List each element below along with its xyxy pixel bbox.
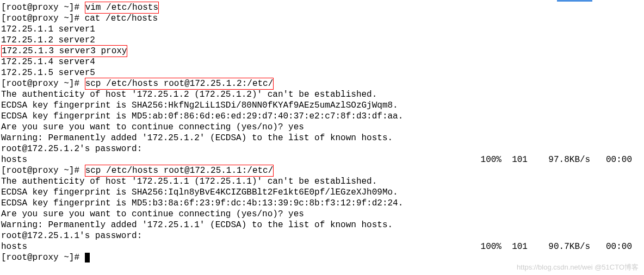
- terminal-output: The authenticity of host '172.25.1.1 (17…: [1, 176, 643, 187]
- terminal-output: Are you sure you want to continue connec…: [1, 209, 643, 220]
- command: cat /etc/hosts: [85, 14, 158, 23]
- scroll-indicator: [557, 0, 592, 2]
- transfer-progress: hosts 100% 101 97.8KB/s 00:00: [1, 154, 643, 165]
- terminal-line: [root@proxy ~]# cat /etc/hosts: [1, 13, 643, 24]
- transfer-progress: hosts 100% 101 90.7KB/s 00:00: [1, 241, 643, 252]
- transfer-file: hosts: [1, 154, 27, 165]
- highlighted-command: scp /etc/hosts root@172.25.1.2:/etc/: [85, 78, 274, 90]
- terminal-line: [root@proxy ~]# scp /etc/hosts root@172.…: [1, 165, 643, 176]
- highlighted-command: vim /etc/hosts: [85, 2, 159, 14]
- cursor-icon: [85, 253, 90, 262]
- terminal-output: Are you sure you want to continue connec…: [1, 122, 643, 133]
- terminal-output: ECDSA key fingerprint is MD5:ab:0f:86:6d…: [1, 111, 643, 122]
- terminal-output: 172.25.1.4 server4: [1, 57, 643, 67]
- terminal-output: ECDSA key fingerprint is SHA256:Iqln8yBv…: [1, 187, 643, 198]
- terminal-output: ECDSA key fingerprint is MD5:b3:8a:6f:23…: [1, 198, 643, 209]
- transfer-stats: 100% 101 97.8KB/s 00:00: [481, 154, 643, 165]
- terminal-output: ECDSA key fingerprint is SHA256:HkfNg2Li…: [1, 100, 643, 111]
- highlighted-output: 172.25.1.3 server3 proxy: [1, 45, 127, 57]
- prompt: [root@proxy ~]#: [1, 253, 85, 262]
- terminal-output: Warning: Permanently added '172.25.1.1' …: [1, 220, 643, 230]
- transfer-stats: 100% 101 90.7KB/s 00:00: [481, 241, 643, 252]
- terminal-output: 172.25.1.5 server5: [1, 67, 643, 78]
- terminal-output: Warning: Permanently added '172.25.1.2' …: [1, 133, 643, 143]
- watermark: https://blog.csdn.net/wei @51CTO博客: [517, 263, 639, 272]
- prompt: [root@proxy ~]#: [1, 14, 85, 23]
- terminal-line[interactable]: [root@proxy ~]#: [1, 252, 643, 263]
- terminal-line: [root@proxy ~]# vim /etc/hosts: [1, 2, 643, 13]
- terminal-output: 172.25.1.2 server2: [1, 35, 643, 46]
- terminal-output: 172.25.1.3 server3 proxy: [1, 46, 643, 57]
- transfer-file: hosts: [1, 241, 27, 252]
- prompt: [root@proxy ~]#: [1, 79, 85, 89]
- terminal-output: The authenticity of host '172.25.1.2 (17…: [1, 89, 643, 100]
- terminal-output: root@172.25.1.2's password:: [1, 143, 643, 154]
- terminal-output: root@172.25.1.1's password:: [1, 230, 643, 241]
- terminal-line: [root@proxy ~]# scp /etc/hosts root@172.…: [1, 78, 643, 89]
- prompt: [root@proxy ~]#: [1, 166, 85, 176]
- prompt: [root@proxy ~]#: [1, 3, 85, 12]
- highlighted-command: scp /etc/hosts root@172.25.1.1:/etc/: [85, 165, 274, 177]
- terminal-output: 172.25.1.1 server1: [1, 24, 643, 35]
